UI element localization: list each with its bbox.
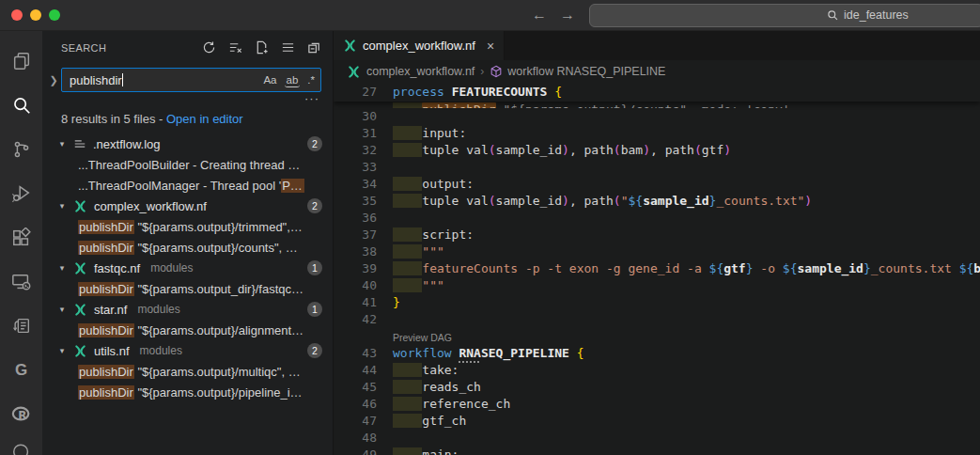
output-report-icon[interactable] xyxy=(0,304,42,348)
chevron-down-icon[interactable]: ▾ xyxy=(54,139,70,149)
open-new-search-editor-icon[interactable] xyxy=(252,39,271,57)
search-match-row[interactable]: publishDir "${params.output}/counts", mo… xyxy=(42,237,333,258)
code-line[interactable]: 42 xyxy=(334,311,980,328)
code-line[interactable]: 46 reference_ch xyxy=(334,396,980,413)
code-line[interactable]: 35 tuple val(sample_id), path("${sample_… xyxy=(334,193,980,210)
run-and-debug-icon[interactable] xyxy=(0,171,42,215)
result-count-badge: 2 xyxy=(307,136,322,151)
file-name: fastqc.nf xyxy=(94,261,140,275)
code-line[interactable]: 40 """ xyxy=(334,277,980,294)
close-tab-icon[interactable]: × xyxy=(487,39,494,53)
breadcrumb-symbol[interactable]: workflow RNASEQ_PIPELINE xyxy=(490,65,665,78)
file-result-fastqc[interactable]: ▾ fastqc.nf modules 1 xyxy=(42,258,333,278)
remote-explorer-icon[interactable] xyxy=(0,259,42,304)
code-line[interactable]: 34 output: xyxy=(334,176,980,193)
line-number: 44 xyxy=(334,362,377,379)
open-in-editor-link[interactable]: Open in editor xyxy=(166,112,243,126)
activity-bar: G R xyxy=(0,31,42,455)
code-line[interactable]: 44 take: xyxy=(334,362,980,379)
navigate-forward-button[interactable]: → xyxy=(560,6,575,24)
line-number: 45 xyxy=(334,379,377,396)
search-match-row[interactable]: ...ThreadPoolManager - Thread pool 'Publ… xyxy=(42,175,333,196)
code-line[interactable]: 43workflow RNASEQ_PIPELINE { xyxy=(334,345,980,362)
file-folder-description: modules xyxy=(150,261,193,275)
chevron-down-icon[interactable]: ▾ xyxy=(54,201,70,211)
breadcrumb-file[interactable]: complex_workflow.nf xyxy=(366,65,474,78)
result-count-badge: 2 xyxy=(307,198,322,213)
code-line[interactable]: 48 xyxy=(334,430,980,447)
navigate-back-button[interactable]: ← xyxy=(532,6,547,24)
regex-toggle[interactable]: .* xyxy=(305,73,317,86)
search-icon[interactable] xyxy=(0,83,42,127)
gitlens-icon[interactable]: G xyxy=(0,348,42,392)
search-icon xyxy=(827,9,839,22)
line-number: 46 xyxy=(334,396,377,413)
code-line[interactable]: 41} xyxy=(334,294,980,311)
results-count-text: 8 results in 5 files - xyxy=(61,112,166,126)
chevron-down-icon[interactable]: ▾ xyxy=(54,263,70,273)
file-result-star[interactable]: ▾ star.nf modules 1 xyxy=(42,299,333,320)
code-line[interactable]: 39 featureCounts -p -t exon -g gene_id -… xyxy=(334,260,980,277)
chevron-down-icon[interactable]: ▾ xyxy=(54,346,70,355)
code-line[interactable]: 31 input: xyxy=(334,125,980,142)
tab-strip: complex_workflow.nf × xyxy=(334,31,980,60)
close-window-button[interactable] xyxy=(11,9,23,21)
search-match-row[interactable]: ...ThreadPoolBuilder - Creating thread p… xyxy=(42,154,333,175)
code-line[interactable]: 33 xyxy=(334,159,980,176)
code-line[interactable]: 32 tuple val(sample_id), path(bam), path… xyxy=(334,142,980,159)
file-name: complex_workflow.nf xyxy=(94,199,207,213)
code-line[interactable]: 36 xyxy=(334,210,980,227)
breadcrumb: complex_workflow.nf › workflow RNASEQ_PI… xyxy=(334,60,980,83)
code-line[interactable]: 47 gtf_ch xyxy=(334,413,980,430)
code-editor[interactable]: 27 process FEATURECOUNTS { publishDir "$… xyxy=(334,83,980,455)
toggle-replace-chevron[interactable]: ❯ xyxy=(46,74,61,86)
code-line[interactable]: 49 main: xyxy=(334,447,980,455)
code-line[interactable]: 45 reads_ch xyxy=(334,379,980,396)
view-as-list-icon[interactable] xyxy=(278,39,297,57)
codelens-preview-dag[interactable]: Preview DAG xyxy=(393,328,452,345)
source-control-icon[interactable] xyxy=(0,127,42,171)
minimize-window-button[interactable] xyxy=(30,9,41,21)
command-center[interactable]: ide_features xyxy=(589,4,980,27)
file-result-complex-workflow[interactable]: ▾ complex_workflow.nf 2 xyxy=(42,196,333,216)
line-number: 33 xyxy=(334,159,377,176)
symbol-namespace-icon xyxy=(490,65,503,78)
file-result-utils[interactable]: ▾ utils.nf modules 2 xyxy=(42,340,333,361)
result-count-badge: 1 xyxy=(307,302,322,317)
file-name: utils.nf xyxy=(94,344,130,358)
breadcrumb-separator: › xyxy=(480,65,484,78)
breadcrumb-symbol-label: workflow RNASEQ_PIPELINE xyxy=(507,65,665,78)
search-input[interactable]: publishdir Aa ab .* xyxy=(61,68,321,92)
hidden-bottom-icon[interactable] xyxy=(0,436,42,455)
explorer-icon[interactable] xyxy=(0,39,42,83)
code-line[interactable]: 38 """ xyxy=(334,243,980,260)
toggle-search-details[interactable]: ··· xyxy=(42,92,333,105)
code-line[interactable]: 30 xyxy=(334,108,980,125)
file-result-nextflow-log[interactable]: ▾ .nextflow.log 2 xyxy=(42,133,333,154)
chevron-down-icon[interactable]: ▾ xyxy=(54,305,70,314)
sticky-scroll-line[interactable]: 27 process FEATURECOUNTS { xyxy=(334,83,980,102)
extensions-icon[interactable] xyxy=(0,215,42,259)
search-match-row[interactable]: publishDir "${params.output}/multiqc", m… xyxy=(42,361,333,382)
line-number: 49 xyxy=(334,447,377,455)
line-number: 36 xyxy=(334,210,377,227)
match-case-toggle[interactable]: Aa xyxy=(261,73,278,86)
refresh-icon[interactable] xyxy=(199,39,218,57)
line-number: 40 xyxy=(334,277,377,294)
search-match-row[interactable]: publishDir "${params.output}/trimmed", m… xyxy=(42,216,333,237)
search-match-row[interactable]: publishDir "${params.output}/alignments"… xyxy=(42,320,333,340)
r-language-icon[interactable]: R xyxy=(0,392,42,436)
clear-search-results-icon[interactable] xyxy=(226,39,244,57)
window-controls xyxy=(11,9,60,21)
whole-word-toggle[interactable]: ab xyxy=(285,73,301,87)
search-match-row[interactable]: publishDir "${params.output_dir}/fastqc"… xyxy=(42,278,333,299)
collapse-all-icon[interactable] xyxy=(304,39,323,57)
code-line[interactable]: 37 script: xyxy=(334,227,980,243)
tab-complex-workflow[interactable]: complex_workflow.nf × xyxy=(334,31,505,60)
file-name: .nextflow.log xyxy=(93,137,161,151)
line-number: 47 xyxy=(334,413,377,430)
nextflow-file-icon xyxy=(343,39,357,53)
maximize-window-button[interactable] xyxy=(49,9,60,21)
search-match-row[interactable]: publishDir "${params.output}/pipeline_in… xyxy=(42,382,333,402)
line-number: 30 xyxy=(334,108,377,125)
